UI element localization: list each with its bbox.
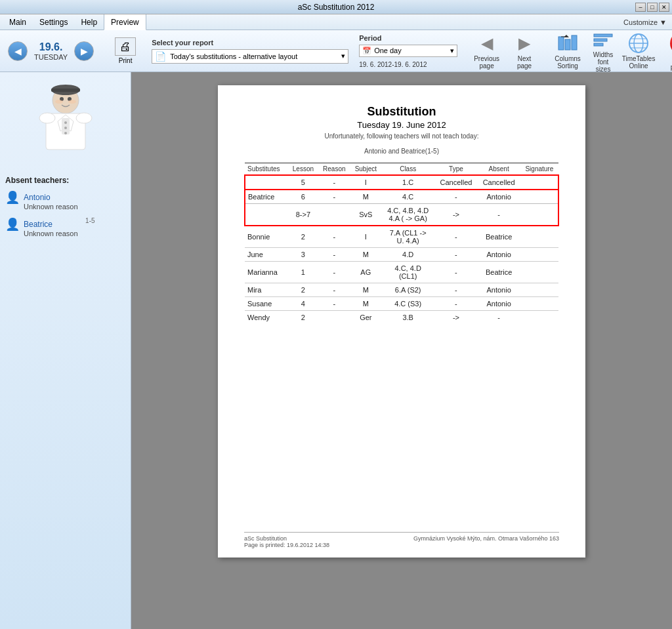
print-section[interactable]: 🖨 Print [110,37,141,64]
period-date: 19. 6. 2012-19. 6. 2012 [359,61,457,68]
timetables-label: TimeTables Online [622,55,656,70]
prev-next-section: ◀ Previous page ▶ Next page [468,31,541,71]
app-title: aSc Substitution 2012 [298,3,375,12]
cell-reason-mira: - [318,283,350,297]
highlighted-row-3: 8->7 SvS 4.C, 4.B, 4.D4.A ( -> GA) -> - [245,204,558,226]
report-label: Select your report [152,39,348,47]
cell-sub-mira: Mira [245,283,288,297]
sidebar: Absent teachers: 👤 Antonio Unknown reaso… [0,72,131,629]
cell-lesson-susane: 4 [288,297,318,311]
back-button[interactable]: ◀ [8,41,28,61]
columns-sorting-button[interactable]: Columns Sorting [551,31,584,71]
svg-point-22 [39,113,55,123]
cell-reason-susane: - [318,297,350,311]
forward-button[interactable]: ▶ [74,41,94,61]
cell-class-3: 4.C, 4.B, 4.D4.A ( -> GA) [381,204,434,226]
prev-page-icon: ◀ [475,33,499,54]
footer-school: Gymnázium Vysoké Mýto, nám. Otmara Vašor… [413,535,559,548]
cell-sig-3 [520,204,558,226]
teacher-icon-antonio: 👤 [5,190,20,205]
cell-subject-susane: M [350,297,381,311]
cell-reason-1: - [318,175,350,190]
cell-lesson-wendy: 2 [288,311,318,325]
svg-rect-15 [51,89,80,92]
substitution-table: Substitutes Lesson Reason Subject Class … [244,163,559,324]
period-value: One day [374,47,402,54]
window-controls[interactable]: – □ ✕ [635,3,669,12]
table-row-bonnie: Bonnie 2 - I 7.A (CL1 ->U. 4.A) - Beatri… [245,226,558,248]
cell-type-3: -> [434,204,477,226]
columns-label: Columns Sorting [555,55,580,70]
next-page-button[interactable]: ▶ Next page [508,31,541,71]
cell-lesson-marianna: 1 [288,262,318,283]
close-button[interactable]: ✕ [659,3,669,12]
table-row-mira: Mira 2 - M 6.A (S2) - Antonio [245,283,558,297]
cell-subject-bonnie: I [350,226,381,248]
cell-class-mira: 6.A (S2) [381,283,434,297]
cell-subject-wendy: Ger [350,311,381,325]
cell-class-june: 4.D [381,248,434,262]
period-dropdown[interactable]: 📅 One day ▾ [359,45,457,57]
widths-label: Widths font sizes [592,51,614,73]
nav-section: ◀ 19.6. TUESDAY ▶ [3,41,99,61]
widths-icon [591,29,615,50]
table-header-row: Substitutes Lesson Reason Subject Class … [245,163,558,176]
cell-class-bonnie: 7.A (CL1 ->U. 4.A) [381,226,434,248]
svg-rect-7 [594,43,603,46]
avatar-area [26,79,105,164]
menu-settings[interactable]: Settings [33,14,74,30]
columns-icon [556,33,579,54]
absent-section: Absent teachers: 👤 Antonio Unknown reaso… [0,171,131,245]
footer-print-date: Page is printed: 19.6.2012 14:38 [244,542,329,548]
highlighted-row-1: 5 - I 1.C Cancelled Cancelled [245,175,558,190]
report-section: Select your report 📄 Today's substitutio… [152,39,348,64]
absent-teacher-antonio: Antonio Unknown reason [22,190,79,213]
widths-button[interactable]: Widths font sizes [587,28,620,74]
report-desc1: Unfortunately, following teachers will n… [244,132,559,140]
close-preview-button[interactable]: ⏻ Close preview [665,30,672,72]
printer-icon: 🖨 [115,37,136,56]
customize-button[interactable]: Customize ▼ [623,18,667,26]
cell-class-wendy: 3.B [381,311,434,325]
cell-class-susane: 4.C (S3) [381,297,434,311]
teacher-name-beatrice[interactable]: Beatrice [24,220,78,229]
cell-absent-bonnie: Beatrice [478,226,520,248]
teacher-name-antonio[interactable]: Antonio [24,193,78,202]
cell-sub-2: Beatrice [245,190,288,204]
restore-button[interactable]: □ [647,3,658,12]
current-day: TUESDAY [34,53,68,61]
cell-reason-marianna: - [318,262,350,283]
cell-sub-1 [245,175,288,190]
cell-type-marianna: - [434,262,477,283]
report-page: Substitution Tuesday 19. June 2012 Unfor… [218,85,585,558]
cell-type-june: - [434,248,477,262]
menu-main[interactable]: Main [3,14,33,30]
cell-type-1: Cancelled [434,175,477,190]
cell-subject-mira: M [350,283,381,297]
report-dropdown[interactable]: 📄 Today's substitutions - alternative la… [152,49,348,64]
cell-absent-marianna: Beatrice [478,262,520,283]
menu-preview[interactable]: Preview [104,14,146,30]
cell-type-susane: - [434,297,477,311]
teacher-range-beatrice: 1-5 [82,217,95,224]
cell-lesson-2: 6 [288,190,318,204]
cell-sub-june: June [245,248,288,262]
cell-lesson-1: 5 [288,175,318,190]
cell-reason-2: - [318,190,350,204]
prev-page-button[interactable]: ◀ Previous page [468,31,505,71]
cell-lesson-june: 3 [288,248,318,262]
cell-sig-marianna [520,262,558,283]
cell-reason-wendy [318,311,350,325]
cell-type-2: - [434,190,477,204]
cell-absent-wendy: - [478,311,520,325]
svg-rect-6 [594,39,607,41]
cell-lesson-bonnie: 2 [288,226,318,248]
cell-sig-june [520,248,558,262]
absent-teacher-beatrice: Beatrice Unknown reason [22,217,79,240]
col-substitutes: Substitutes [245,163,288,176]
menu-help[interactable]: Help [74,14,104,30]
avatar [33,82,98,161]
timetables-button[interactable]: TimeTables Online [622,31,655,71]
minimize-button[interactable]: – [635,3,646,12]
cell-sub-marianna: Marianna [245,262,288,283]
